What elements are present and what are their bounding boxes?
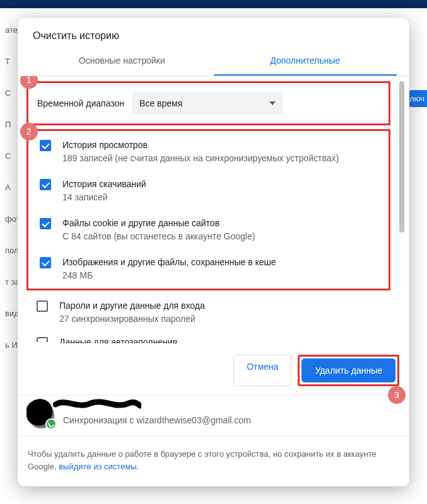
option-text: История скачиваний 14 записей	[62, 178, 146, 204]
time-range-label: Временной диапазон	[37, 98, 124, 108]
option-text: Данные для автозаполнения	[59, 338, 177, 343]
checkbox-cached-images[interactable]	[40, 257, 51, 268]
annotation-box-3: Удалить данные	[298, 355, 399, 386]
option-sub: 248 МБ	[62, 269, 276, 282]
checkbox-autofill[interactable]	[37, 337, 48, 343]
option-text: Изображения и другие файлы, сохраненные …	[62, 256, 276, 282]
dialog-content: 1 2 Временной диапазон Все время История…	[18, 76, 409, 343]
option-browsing-history[interactable]: История просмотров 189 записей (не счита…	[28, 132, 389, 171]
checkbox-cookies[interactable]	[40, 218, 51, 229]
scrollbar-track[interactable]	[399, 81, 404, 343]
clear-browsing-data-dialog: Очистить историю Основные настройки Допо…	[18, 18, 409, 486]
window-titlebar	[0, 0, 427, 8]
account-section: Синхронизация с wizardthewise03@gmail.co…	[18, 395, 409, 436]
dialog-title: Очистить историю	[18, 18, 409, 47]
annotation-box-1: Временной диапазон Все время	[26, 81, 390, 125]
annotation-badge-3: 3	[388, 386, 406, 404]
checkbox-passwords[interactable]	[37, 301, 48, 312]
option-title: История просмотров	[62, 139, 339, 152]
option-download-history[interactable]: История скачиваний 14 записей	[28, 171, 389, 210]
option-sub: С 84 сайтов (вы останетесь в аккаунте Go…	[62, 230, 255, 243]
sync-status-icon	[45, 418, 57, 430]
option-title: История скачиваний	[62, 178, 146, 191]
annotation-badge-2: 2	[20, 123, 38, 140]
account-sync-status: Синхронизация с wizardthewise03@gmail.co…	[63, 415, 251, 425]
scrollbar-thumb[interactable]	[399, 81, 404, 232]
time-range-row: Временной диапазон Все время	[28, 83, 389, 123]
tab-advanced[interactable]: Дополнительные	[214, 47, 397, 76]
dialog-footer: Отмена Удалить данные 3	[18, 343, 409, 395]
option-sub: 189 записей (не считая данных на синхрон…	[62, 152, 339, 165]
option-sub: 14 записей	[62, 191, 146, 204]
annotation-box-2: История просмотров 189 записей (не счита…	[26, 129, 390, 290]
checkbox-browsing-history[interactable]	[40, 140, 51, 151]
option-passwords[interactable]: Пароли и другие данные для входа 27 синх…	[25, 293, 392, 332]
option-title: Файлы cookie и другие данные сайтов	[62, 217, 255, 230]
option-cached-images[interactable]: Изображения и другие файлы, сохраненные …	[28, 249, 389, 289]
option-cookies[interactable]: Файлы cookie и другие данные сайтов С 84…	[28, 210, 389, 249]
note-suffix: .	[137, 462, 139, 471]
cancel-button[interactable]: Отмена	[233, 355, 291, 386]
chevron-down-icon	[269, 101, 276, 105]
avatar-wrap	[28, 402, 54, 428]
checkbox-download-history[interactable]	[40, 179, 51, 190]
dialog-tabs: Основные настройки Дополнительные	[18, 47, 409, 76]
time-range-value: Все время	[139, 98, 182, 108]
option-title: Пароли и другие данные для входа	[59, 299, 205, 312]
redaction-scribble-name	[53, 397, 141, 411]
option-sub: 27 синхронизированных паролей	[59, 312, 205, 326]
option-title: Изображения и другие файлы, сохраненные …	[62, 256, 276, 269]
time-range-select[interactable]: Все время	[132, 92, 283, 115]
sign-out-link[interactable]: выйдите из системы	[59, 462, 136, 471]
tab-basic[interactable]: Основные настройки	[30, 47, 214, 76]
scroll-area: Временной диапазон Все время История про…	[25, 81, 395, 343]
signout-note: Чтобы удалить данные о работе в браузере…	[18, 436, 409, 486]
option-text: Файлы cookie и другие данные сайтов С 84…	[62, 217, 255, 243]
option-autofill[interactable]: Данные для автозаполнения	[25, 332, 392, 343]
option-text: Пароли и другие данные для входа 27 синх…	[59, 299, 205, 326]
option-title: Данные для автозаполнения	[59, 336, 177, 343]
option-text: История просмотров 189 записей (не счита…	[62, 139, 339, 165]
delete-data-button[interactable]: Удалить данные	[301, 358, 395, 382]
